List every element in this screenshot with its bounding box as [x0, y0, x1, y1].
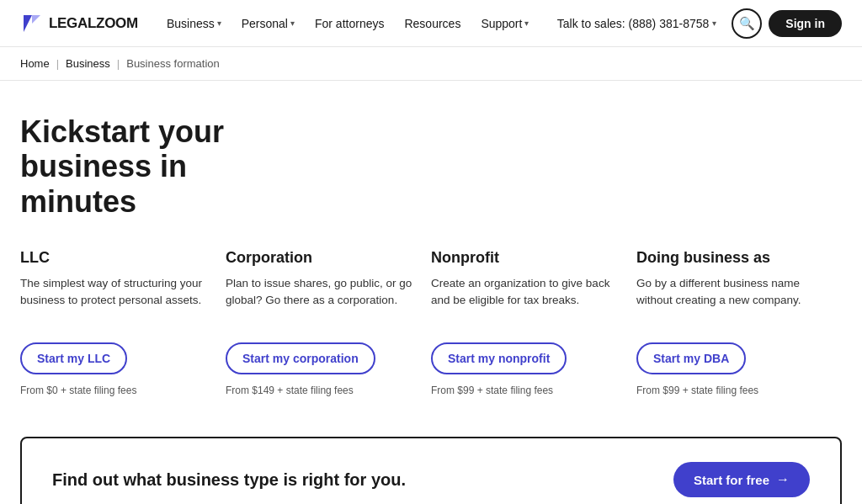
start-for-free-button[interactable]: Start for free →	[673, 462, 810, 497]
corporation-card-desc: Plan to issue shares, go public, or go g…	[226, 275, 414, 326]
logo-text: LEGALZOOM	[49, 15, 138, 32]
corporation-price: From $149 + state filing fees	[226, 385, 414, 396]
nav-item-resources[interactable]: Resources	[396, 10, 469, 37]
page-title: Kickstart your business in minutes	[20, 114, 306, 219]
breadcrumb-separator: |	[117, 57, 120, 70]
nonprofit-card-desc: Create an organization to give back and …	[431, 275, 620, 326]
arrow-right-icon: →	[776, 472, 790, 487]
start-dba-button[interactable]: Start my DBA	[636, 342, 746, 374]
nav-item-attorneys[interactable]: For attorneys	[306, 10, 392, 37]
main-header: LEGALZOOM Business ▾ Personal ▾ For atto…	[0, 0, 862, 47]
nonprofit-card-title: Nonprofit	[431, 249, 620, 267]
main-content: Kickstart your business in minutes LLC T…	[0, 81, 862, 504]
llc-card: LLC The simplest way of structuring your…	[20, 249, 226, 396]
breadcrumb-current: Business formation	[126, 57, 220, 70]
llc-card-desc: The simplest way of structuring your bus…	[20, 275, 209, 326]
breadcrumb-separator: |	[56, 57, 59, 70]
start-llc-button[interactable]: Start my LLC	[20, 342, 127, 374]
logo[interactable]: LEGALZOOM	[20, 12, 138, 35]
dba-card: Doing business as Go by a different busi…	[636, 249, 842, 396]
nonprofit-card: Nonprofit Create an organization to give…	[431, 249, 636, 396]
cta-text: Find out what business type is right for…	[52, 470, 406, 490]
chevron-down-icon: ▾	[290, 19, 295, 28]
breadcrumb-home[interactable]: Home	[20, 57, 50, 70]
main-nav: Business ▾ Personal ▾ For attorneys Reso…	[158, 10, 542, 37]
dba-card-desc: Go by a different business name without …	[636, 275, 825, 326]
breadcrumb-business[interactable]: Business	[66, 57, 110, 70]
dba-price: From $99 + state filing fees	[636, 385, 825, 396]
nav-item-business[interactable]: Business ▾	[158, 10, 230, 37]
business-cards-grid: LLC The simplest way of structuring your…	[20, 249, 842, 396]
corporation-card: Corporation Plan to issue shares, go pub…	[226, 249, 431, 396]
header-actions: Talk to sales: (888) 381-8758 ▾ 🔍 Sign i…	[549, 8, 842, 39]
start-corporation-button[interactable]: Start my corporation	[226, 342, 375, 374]
svg-marker-0	[24, 15, 32, 32]
chevron-down-icon: ▾	[217, 19, 221, 28]
nav-item-personal[interactable]: Personal ▾	[233, 10, 303, 37]
start-nonprofit-button[interactable]: Start my nonprofit	[431, 342, 567, 374]
llc-card-title: LLC	[20, 249, 209, 267]
chevron-down-icon: ▾	[524, 19, 529, 28]
breadcrumb: Home | Business | Business formation	[0, 47, 862, 81]
llc-price: From $0 + state filing fees	[20, 385, 209, 396]
search-button[interactable]: 🔍	[732, 8, 762, 39]
dba-card-title: Doing business as	[636, 249, 825, 267]
talk-to-sales[interactable]: Talk to sales: (888) 381-8758 ▾	[549, 10, 726, 37]
svg-marker-1	[32, 15, 40, 24]
chevron-down-icon: ▾	[712, 19, 716, 28]
corporation-card-title: Corporation	[226, 249, 414, 267]
nonprofit-price: From $99 + state filing fees	[431, 385, 620, 396]
cta-box: Find out what business type is right for…	[20, 437, 842, 504]
nav-item-support[interactable]: Support ▾	[472, 10, 537, 37]
signin-button[interactable]: Sign in	[769, 10, 842, 37]
search-icon: 🔍	[739, 16, 755, 31]
